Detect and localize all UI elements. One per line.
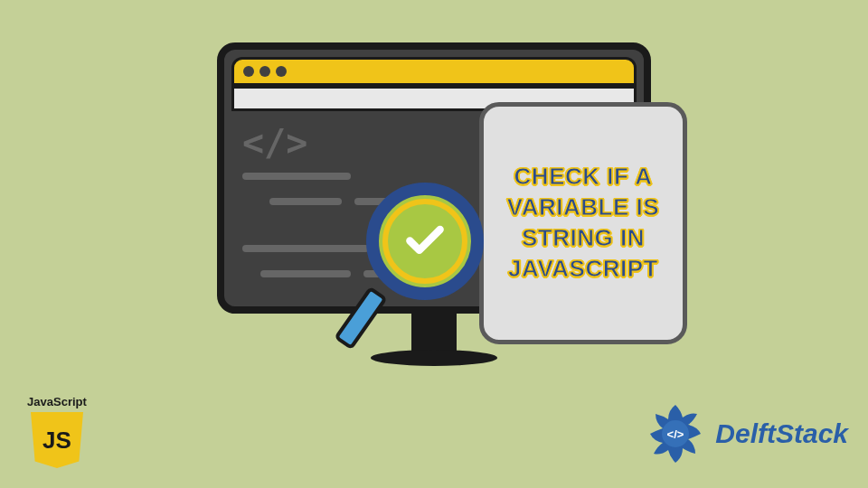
javascript-logo: JavaScript JS <box>16 395 98 468</box>
delftstack-text: DelftStack <box>715 418 848 449</box>
code-line <box>242 173 351 180</box>
delftstack-icon: </> <box>643 401 708 466</box>
code-bracket-icon: </> <box>242 122 307 164</box>
monitor-illustration: </> CHECK IF A VARIABLE IS STRING IN JAV… <box>217 42 651 368</box>
title-card: CHECK IF A VARIABLE IS STRING IN JAVASCR… <box>479 102 687 344</box>
js-badge-icon: JS <box>31 412 83 468</box>
delftstack-logo: </> DelftStack <box>643 401 848 466</box>
checkmark-icon <box>402 219 448 264</box>
browser-dot <box>259 66 270 77</box>
svg-text:</>: </> <box>667 427 684 441</box>
main-title: CHECK IF A VARIABLE IS STRING IN JAVASCR… <box>493 162 674 284</box>
browser-dot <box>276 66 287 77</box>
js-logo-label: JavaScript <box>16 395 98 408</box>
code-line <box>260 270 351 277</box>
magnifier-icon <box>366 183 502 318</box>
code-line <box>269 198 342 205</box>
monitor-base <box>371 350 497 366</box>
code-line <box>242 245 369 252</box>
browser-titlebar <box>231 57 637 86</box>
browser-dot <box>243 66 254 77</box>
